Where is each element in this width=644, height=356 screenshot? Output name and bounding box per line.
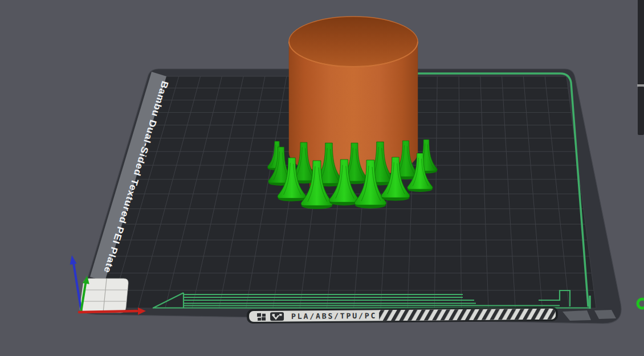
- plate-front-label: PLA/ABS/TPU/PC: [291, 312, 377, 321]
- hazard-stripes: [379, 309, 556, 321]
- plate-front-plaque: PLA/ABS/TPU/PC: [247, 307, 558, 324]
- scene-3d[interactable]: Bambu Dual-Sided Textured PEI Plate: [0, 0, 644, 356]
- slicer-viewport[interactable]: Bambu Dual-Sided Textured PEI Plate: [0, 0, 644, 356]
- right-edge-panel: [637, 0, 644, 135]
- qr-badge-icon: [270, 312, 284, 321]
